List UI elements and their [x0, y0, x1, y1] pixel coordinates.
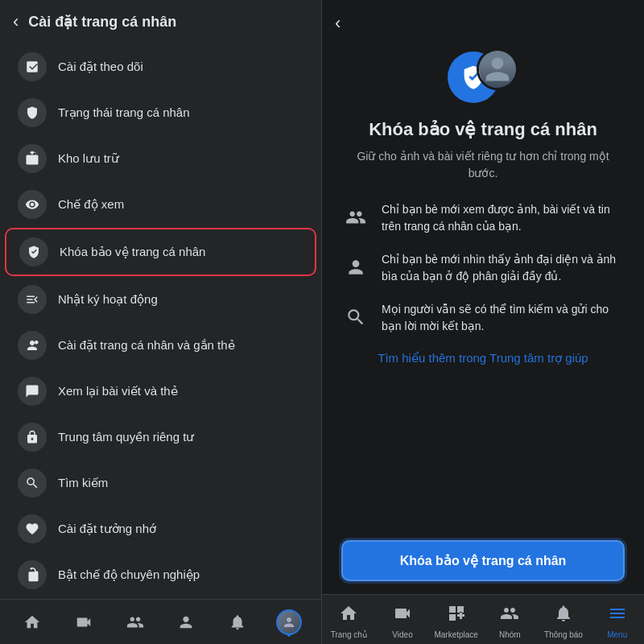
menu-label-khoa-bao-ve: Khóa bảo vệ trang cá nhân	[60, 245, 205, 259]
svg-point-0	[35, 341, 39, 345]
menu-icon-tim-kiem	[18, 469, 47, 497]
rtab-icon-marketplace	[447, 604, 466, 628]
feature-text-2: Mọi người vẫn sẽ có thể tìm kiếm và gửi …	[382, 301, 625, 335]
menu-label-tim-kiem: Tìm kiếm	[58, 476, 108, 490]
rtab-label-nhom: Nhóm	[499, 630, 521, 639]
profile-icon-container	[448, 48, 518, 106]
feature-icon-0	[341, 203, 370, 232]
menu-item-xem-bai-viet[interactable]: Xem lại bài viết và thẻ	[5, 369, 316, 414]
feature-text-1: Chỉ bạn bè mới nhìn thấy ảnh đại diện và…	[382, 251, 625, 285]
protect-button[interactable]: Khóa bảo vệ trang cá nhân	[341, 540, 625, 581]
menu-label-nhat-ky: Nhật ký hoạt động	[58, 292, 158, 307]
right-header: ‹	[322, 0, 644, 40]
menu-icon-cai-dat-gan-the	[18, 331, 47, 360]
menu-label-theo-doi: Cài đặt theo dõi	[58, 60, 143, 74]
menu-item-che-do-xem[interactable]: Chế độ xem	[5, 182, 316, 227]
learn-more-link[interactable]: Tìm hiểu thêm trong Trung tâm trợ giúp	[341, 351, 625, 365]
rtab-label-video: Video	[392, 630, 412, 639]
menu-icon-che-do-xem	[18, 190, 47, 219]
menu-label-trang-thai: Trạng thái trang cá nhân	[58, 105, 190, 120]
feature-item-1: Chỉ bạn bè mới nhìn thấy ảnh đại diện và…	[341, 251, 625, 285]
menu-item-kho-luu-tru[interactable]: Kho lưu trữ	[5, 136, 316, 181]
rtab-marketplace[interactable]: Marketplace	[429, 601, 483, 639]
menu-icon-trang-thai	[18, 98, 47, 127]
avatar	[477, 48, 518, 90]
menu-item-chuyen-nghiep[interactable]: Bật chế độ chuyên nghiệp	[5, 552, 316, 597]
menu-item-trang-thai[interactable]: Trạng thái trang cá nhân	[5, 90, 316, 135]
feature-item-0: Chỉ bạn bè mới xem được ảnh, bài viết và…	[341, 201, 625, 235]
rtab-icon-nhom	[500, 604, 519, 628]
right-back-button[interactable]: ‹	[335, 13, 341, 34]
home-tab[interactable]	[16, 606, 48, 638]
menu-icon-chuyen-nghiep	[18, 560, 47, 589]
menu-item-cai-dat-gan-the[interactable]: Cài đặt trang cá nhân và gắn thẻ	[5, 323, 316, 368]
menu-item-tim-kiem[interactable]: Tìm kiếm	[5, 460, 316, 506]
rtab-label-marketplace: Marketplace	[434, 630, 477, 639]
feature-list: Chỉ bạn bè mới xem được ảnh, bài viết và…	[341, 201, 625, 335]
rtab-icon-thong-bao	[554, 604, 573, 628]
rtab-trang-chu[interactable]: Trang chủ	[322, 601, 376, 639]
menu-label-xem-bai-viet: Xem lại bài viết và thẻ	[58, 384, 178, 398]
menu-label-kho-luu-tru: Kho lưu trữ	[58, 151, 119, 166]
menu-icon-theo-doi	[18, 52, 47, 81]
feature-icon-1	[341, 253, 370, 282]
rtab-menu[interactable]: Menu	[590, 601, 644, 639]
menu-item-theo-doi[interactable]: Cài đặt theo dõi	[5, 44, 316, 89]
right-subtitle: Giữ cho ảnh và bài viết riêng tư hơn chỉ…	[341, 148, 625, 182]
menu-icon-xem-bai-viet	[18, 377, 47, 406]
avatar-tab[interactable]	[273, 606, 305, 638]
right-main-title: Khóa bảo vệ trang cá nhân	[369, 119, 597, 140]
bell-tab[interactable]	[221, 606, 254, 638]
menu-list: Cài đặt theo dõi Trạng thái trang cá nhâ…	[0, 40, 321, 599]
rtab-video[interactable]: Video	[376, 601, 430, 639]
people-tab[interactable]	[119, 606, 151, 638]
menu-label-che-do-xem: Chế độ xem	[58, 197, 124, 212]
feature-icon-2	[341, 303, 370, 332]
rtab-label-trang-chu: Trang chủ	[331, 630, 367, 639]
menu-icon-tuong-nho	[18, 514, 47, 543]
right-panel: ‹ Khóa bảo vệ trang cá nhân Giữ cho ảnh …	[322, 0, 644, 644]
rtab-label-menu: Menu	[607, 630, 627, 639]
rtab-label-thong-bao: Thông báo	[544, 630, 583, 639]
right-bottom: Khóa bảo vệ trang cá nhân	[322, 530, 644, 594]
menu-icon-quyen-rieng-tu	[18, 423, 47, 452]
menu-icon-khoa-bao-ve	[19, 237, 48, 266]
menu-label-chuyen-nghiep: Bật chế độ chuyên nghiệp	[58, 568, 200, 582]
rtab-icon-trang-chu	[339, 604, 358, 628]
menu-item-tuong-nho[interactable]: Cài đặt tưởng nhớ	[5, 506, 316, 551]
menu-label-cai-dat-gan-the: Cài đặt trang cá nhân và gắn thẻ	[58, 338, 235, 353]
menu-item-quyen-rieng-tu[interactable]: Trung tâm quyền riêng tư	[5, 415, 316, 460]
right-content: Khóa bảo vệ trang cá nhân Giữ cho ảnh và…	[322, 40, 644, 530]
menu-item-khoa-bao-ve[interactable]: Khóa bảo vệ trang cá nhân	[5, 228, 316, 276]
rtab-nhom[interactable]: Nhóm	[483, 601, 537, 639]
left-panel: ‹ Cài đặt trang cá nhân Cài đặt theo dõi…	[0, 0, 322, 644]
feature-text-0: Chỉ bạn bè mới xem được ảnh, bài viết và…	[382, 201, 625, 235]
rtab-icon-menu	[608, 604, 627, 628]
left-header: ‹ Cài đặt trang cá nhân	[0, 0, 321, 40]
left-panel-title: Cài đặt trang cá nhân	[28, 13, 176, 31]
menu-label-quyen-rieng-tu: Trung tâm quyền riêng tư	[58, 430, 194, 444]
back-button[interactable]: ‹	[13, 13, 19, 31]
rtab-thong-bao[interactable]: Thông báo	[537, 601, 591, 639]
feature-item-2: Mọi người vẫn sẽ có thể tìm kiếm và gửi …	[341, 301, 625, 335]
menu-label-tuong-nho: Cài đặt tưởng nhớ	[58, 522, 156, 536]
right-tabbar: Trang chủ Video Marketplace Nhóm Thông b…	[322, 594, 644, 644]
menu-icon-nhat-ky	[18, 285, 47, 314]
menu-item-nhat-ky[interactable]: Nhật ký hoạt động	[5, 277, 316, 322]
left-tabbar	[0, 599, 321, 644]
menu-icon-kho-luu-tru	[18, 144, 47, 173]
video-tab[interactable]	[68, 606, 100, 638]
profile-tab[interactable]	[170, 606, 202, 638]
rtab-icon-video	[393, 604, 412, 628]
